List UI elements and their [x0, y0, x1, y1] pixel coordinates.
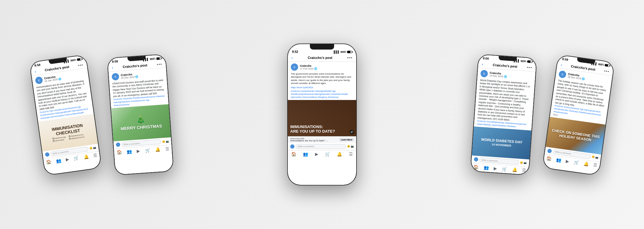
profile-name-3[interactable]: Craicchs: [300, 64, 353, 67]
emoji-icon-3: 😊: [347, 145, 350, 148]
status-icons-4: ▌▌▌ WiFi: [514, 59, 532, 63]
menu-nav-4[interactable]: ☰: [522, 168, 526, 173]
comment-input-3[interactable]: Write a comment...: [296, 144, 346, 149]
comment-avatar-1: [45, 152, 50, 157]
avatar-2: C: [112, 73, 120, 81]
friends-nav-2[interactable]: 👥: [126, 149, 132, 154]
globe-icon-2: 🌐: [135, 75, 139, 78]
post-text-5: The holiday season can be a busy time fo…: [550, 78, 611, 125]
shop-nav-5[interactable]: 🛒: [573, 160, 579, 165]
video-nav-1[interactable]: ▶: [65, 156, 69, 162]
nav-dots-3[interactable]: •••: [347, 55, 353, 60]
phone-3: 9:52 ▌▌▌ WiFi ‹ Craicchs's post ••• C Cr…: [287, 44, 357, 185]
globe-icon-3: 🌐: [314, 67, 317, 70]
nav-dots-5[interactable]: •••: [604, 68, 610, 74]
friends-nav-3[interactable]: 👥: [303, 152, 308, 156]
bottom-nav-3: 🏠 👥 ▶ 🛒 🔔 ☰: [288, 150, 356, 158]
post-image-4: WORLD DIABETES DAY 14 NOVEMBER: [472, 126, 531, 159]
screen-3: 9:52 ▌▌▌ WiFi ‹ Craicchs's post ••• C Cr…: [288, 44, 356, 185]
phone-2: 8:58 ▌▌▌ WiFi ‹ Craicchs's post ••• C Cr…: [107, 54, 174, 176]
globe-icon-4: 🌐: [504, 75, 507, 78]
avatar-4: C: [480, 70, 488, 78]
profile-row-3: C Craicchs 17 Feb 2020 🌐: [288, 62, 356, 72]
comment-avatar-5: [547, 149, 552, 153]
bell-nav-3[interactable]: 🔔: [337, 152, 342, 156]
comment-icons-2: 😊 📷: [162, 140, 169, 143]
menu-nav-2[interactable]: ☰: [165, 146, 169, 151]
bell-nav-2[interactable]: 🔔: [155, 147, 160, 152]
home-nav-2[interactable]: 🏠: [117, 150, 122, 155]
video-nav-2[interactable]: ▶: [136, 148, 140, 153]
tree-emoji: 🎄: [136, 116, 145, 124]
video-nav-4[interactable]: ▶: [494, 166, 497, 171]
globe-icon-1: 🌐: [58, 77, 61, 80]
comment-icons-4: 😊 📷: [520, 161, 527, 164]
time-2: 8:58: [112, 60, 118, 63]
post-image-2: 🎄 MERRY CHRISTMAS: [111, 104, 171, 141]
home-nav-1[interactable]: 🏠: [46, 159, 51, 165]
nav-dots-4[interactable]: •••: [527, 65, 532, 70]
phone-4: 9:00 ▌▌▌ WiFi ‹ Craicchs's post ••• C Cr…: [470, 54, 537, 176]
nav-dots-2[interactable]: •••: [157, 62, 163, 67]
avatar-5: C: [558, 70, 567, 79]
card-title-2: MERRY CHRISTMAS: [120, 124, 162, 131]
checkbox-1a: [53, 138, 54, 140]
shop-nav-1[interactable]: 🛒: [73, 155, 79, 161]
wifi-icon-3: WiFi: [340, 50, 346, 53]
checkbox-1b: [69, 136, 71, 137]
wifi-icon-2: WiFi: [150, 57, 156, 60]
profile-info-2: Craicchs 25 Dec 2019 🌐: [121, 70, 164, 79]
card-title-5: CHECK ON SOMEONE THIS HOLIDAY SEASON: [550, 128, 602, 144]
friends-nav-1[interactable]: 👥: [56, 158, 61, 163]
shop-nav-2[interactable]: 🛒: [145, 148, 150, 153]
home-nav-5[interactable]: 🏠: [546, 156, 552, 161]
profile-info-4: Craicchs 14 Nov 2019 🌐: [489, 71, 532, 80]
top-nav-3: ‹ Craicchs's post •••: [288, 54, 356, 62]
wifi-icon-5: WiFi: [598, 63, 604, 66]
shop-nav-4[interactable]: 🛒: [502, 166, 507, 172]
video-nav-3[interactable]: ▶: [315, 152, 318, 156]
screen-2: 8:58 ▌▌▌ WiFi ‹ Craicchs's post ••• C Cr…: [107, 54, 173, 175]
phone-5: 8:59 ▌▌▌ WiFi ‹ Craicchs's post ••• C Cr…: [542, 54, 615, 176]
volume-icon-3[interactable]: 🔊: [350, 130, 354, 134]
camera-icon-2: 📷: [166, 140, 169, 143]
bell-nav-4[interactable]: 🔔: [512, 167, 518, 172]
post-text-2: CRAICCHS Doctors and staff would like to…: [109, 78, 169, 108]
camera-icon-4: 📷: [524, 161, 527, 164]
battery-3: [347, 51, 352, 53]
bell-nav-1[interactable]: 🔔: [83, 154, 89, 159]
video-nav-5[interactable]: ▶: [566, 159, 570, 164]
menu-nav-5[interactable]: ☰: [593, 162, 598, 168]
notch-3: [310, 44, 334, 50]
battery-4: [527, 60, 532, 63]
camera-icon-3: 📷: [351, 145, 354, 148]
post-image-3: IMMUNISATIONS:ARE YOU UP TO DATE? 🔊: [288, 100, 356, 136]
shop-nav-3[interactable]: 🛒: [325, 152, 330, 156]
home-nav-4[interactable]: 🏠: [473, 164, 479, 169]
emoji-icon-1: 😊: [89, 147, 93, 150]
friends-nav-5[interactable]: 👥: [556, 157, 562, 163]
post-tags-5: #craicchs #merrychristmas #gp #aborigina…: [554, 104, 604, 120]
menu-nav-3[interactable]: ☰: [349, 152, 353, 156]
more-link-5[interactable]: More: [553, 113, 558, 116]
emoji-icon-4: 😊: [520, 161, 523, 164]
comment-avatar-2: [116, 143, 120, 147]
bell-nav-5[interactable]: 🔔: [583, 161, 589, 166]
nav-dots-1[interactable]: •••: [77, 62, 84, 68]
friends-nav-4[interactable]: 👥: [483, 165, 489, 170]
post-link-3[interactable]: https://loom.ly/i8OADs: [291, 86, 353, 89]
comment-icons-3: 😊 📷: [347, 145, 354, 148]
card-date-4: 14 NOVEMBER: [491, 143, 511, 147]
profile-info-3: Craicchs 17 Feb 2020 🌐: [300, 64, 353, 70]
learn-more-btn-3[interactable]: Learn More: [339, 138, 354, 141]
camera-icon-5: 📷: [595, 156, 599, 159]
time-1: 8:58: [34, 63, 41, 67]
time-4: 9:00: [483, 56, 489, 60]
post-date-3: 17 Feb 2020 🌐: [300, 67, 353, 70]
menu-nav-1[interactable]: ☰: [93, 153, 97, 158]
link-preview-3: CRAICCHS.ORG Immunisations: Are You Up T…: [288, 136, 356, 143]
camera-icon-1: 📷: [93, 146, 96, 149]
comment-avatar-4: [474, 157, 478, 162]
home-nav-3[interactable]: 🏠: [291, 152, 296, 156]
post-text-3: The government provides extra immunisati…: [288, 72, 356, 100]
